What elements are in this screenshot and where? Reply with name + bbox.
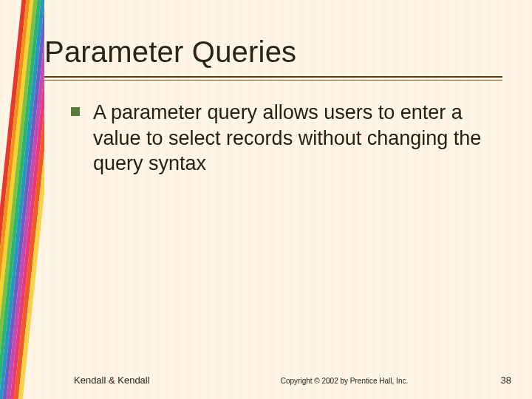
footer-author: Kendall & Kendall — [74, 375, 222, 386]
footer-copyright: Copyright © 2002 by Prentice Hall, Inc. — [222, 377, 467, 385]
slide-title: Parameter Queries — [44, 35, 502, 69]
footer-page-number: 38 — [467, 375, 511, 386]
body-list: A parameter query allows users to enter … — [44, 100, 502, 177]
title-divider — [44, 76, 502, 81]
list-item: A parameter query allows users to enter … — [71, 100, 495, 177]
slide-content: Parameter Queries A parameter query allo… — [0, 0, 532, 399]
slide-footer: Kendall & Kendall Copyright © 2002 by Pr… — [0, 375, 532, 386]
square-bullet-icon — [71, 107, 80, 116]
list-item-text: A parameter query allows users to enter … — [93, 100, 495, 177]
